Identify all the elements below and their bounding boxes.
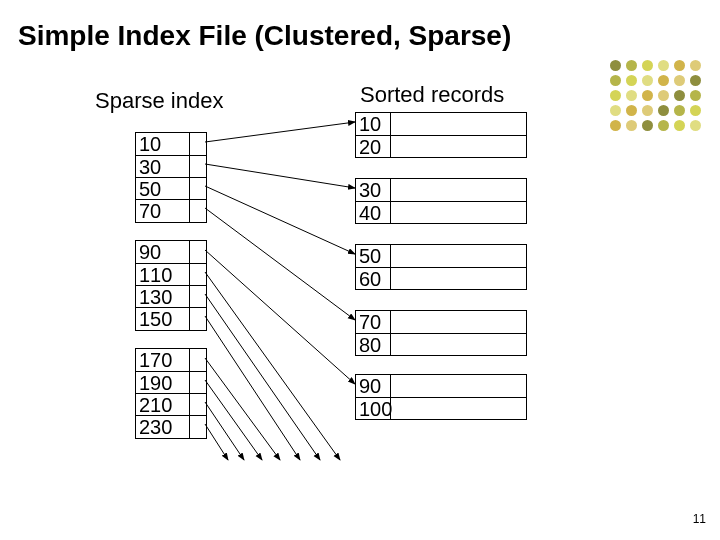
record-key: 90 <box>359 375 391 397</box>
index-pointer-cell <box>189 133 206 155</box>
record-block: 5060 <box>355 244 527 290</box>
sparse-index-label: Sparse index <box>95 88 223 114</box>
record-key: 30 <box>359 179 391 201</box>
dot-icon <box>674 60 685 71</box>
pointer-arrow <box>205 122 355 142</box>
dot-icon <box>690 60 701 71</box>
index-key: 230 <box>139 416 172 438</box>
index-pointer-cell <box>189 394 206 416</box>
record-key: 10 <box>359 113 391 135</box>
index-row: 170 <box>136 349 206 371</box>
dot-icon <box>610 60 621 71</box>
index-key: 190 <box>139 372 172 394</box>
dot-icon <box>658 90 669 101</box>
index-block: 90110130150 <box>135 240 207 331</box>
index-pointer-cell <box>189 178 206 200</box>
record-key: 20 <box>359 136 391 157</box>
index-row: 130 <box>136 285 206 307</box>
slide: Simple Index File (Clustered, Sparse) Sp… <box>0 0 720 540</box>
record-row: 80 <box>356 333 526 355</box>
record-row: 40 <box>356 201 526 223</box>
index-row: 50 <box>136 177 206 199</box>
record-row: 100 <box>356 397 526 419</box>
index-key: 170 <box>139 349 172 371</box>
sorted-records-label: Sorted records <box>360 82 504 108</box>
dot-icon <box>674 105 685 116</box>
index-pointer-cell <box>189 349 206 371</box>
slide-title: Simple Index File (Clustered, Sparse) <box>18 20 511 52</box>
pointer-arrow <box>205 294 320 460</box>
index-key: 90 <box>139 241 161 263</box>
record-row: 20 <box>356 135 526 157</box>
index-row: 190 <box>136 371 206 393</box>
index-pointer-cell <box>189 372 206 394</box>
pointer-arrow <box>205 164 355 188</box>
dot-icon <box>642 105 653 116</box>
dot-icon <box>626 75 637 86</box>
pointer-arrow <box>205 402 244 460</box>
index-row: 10 <box>136 133 206 155</box>
dot-icon <box>610 105 621 116</box>
index-pointer-cell <box>189 200 206 222</box>
dot-icon <box>610 120 621 131</box>
index-row: 110 <box>136 263 206 285</box>
record-key: 50 <box>359 245 391 267</box>
index-pointer-cell <box>189 241 206 263</box>
index-block: 10305070 <box>135 132 207 223</box>
page-number: 11 <box>693 512 706 526</box>
pointer-arrow <box>205 358 280 460</box>
record-row: 70 <box>356 311 526 333</box>
dot-icon <box>642 90 653 101</box>
dot-icon <box>610 75 621 86</box>
record-key: 40 <box>359 202 391 223</box>
index-key: 70 <box>139 200 161 222</box>
index-row: 230 <box>136 415 206 437</box>
dot-icon <box>674 120 685 131</box>
dot-icon <box>642 75 653 86</box>
record-row: 90 <box>356 375 526 397</box>
record-block: 1020 <box>355 112 527 158</box>
dot-icon <box>674 90 685 101</box>
dot-icon <box>690 75 701 86</box>
index-key: 30 <box>139 156 161 178</box>
dot-icon <box>690 90 701 101</box>
pointer-arrow <box>205 316 300 460</box>
index-row: 150 <box>136 307 206 329</box>
index-row: 30 <box>136 155 206 177</box>
dot-icon <box>626 105 637 116</box>
pointer-arrow <box>205 272 340 460</box>
record-row: 10 <box>356 113 526 135</box>
pointer-arrow <box>205 186 355 254</box>
index-key: 50 <box>139 178 161 200</box>
dot-icon <box>610 90 621 101</box>
dot-icon <box>674 75 685 86</box>
dot-icon <box>658 60 669 71</box>
index-row: 70 <box>136 199 206 221</box>
record-row: 30 <box>356 179 526 201</box>
index-row: 90 <box>136 241 206 263</box>
index-key: 130 <box>139 286 172 308</box>
record-block: 3040 <box>355 178 527 224</box>
pointer-arrow <box>205 424 228 460</box>
dot-icon <box>642 120 653 131</box>
index-block: 170190210230 <box>135 348 207 439</box>
dot-icon <box>626 90 637 101</box>
decorative-dots-icon <box>610 60 720 140</box>
dot-icon <box>642 60 653 71</box>
record-block: 7080 <box>355 310 527 356</box>
record-key: 70 <box>359 311 391 333</box>
index-key: 210 <box>139 394 172 416</box>
index-pointer-cell <box>189 308 206 330</box>
dot-icon <box>626 120 637 131</box>
record-block: 90100 <box>355 374 527 420</box>
index-key: 110 <box>139 264 172 286</box>
pointer-arrow <box>205 380 262 460</box>
index-pointer-cell <box>189 156 206 178</box>
record-row: 50 <box>356 245 526 267</box>
dot-icon <box>658 120 669 131</box>
index-pointer-cell <box>189 416 206 438</box>
pointer-arrow <box>205 250 355 384</box>
index-pointer-cell <box>189 264 206 286</box>
index-pointer-cell <box>189 286 206 308</box>
record-key: 60 <box>359 268 391 289</box>
